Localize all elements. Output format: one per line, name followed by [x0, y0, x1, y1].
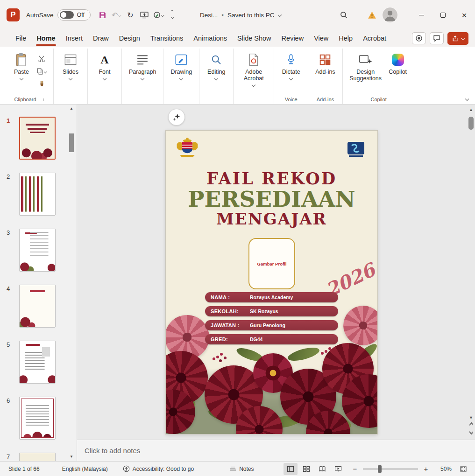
thumbnail-number: 4: [7, 285, 15, 328]
scrollbar-track[interactable]: [69, 111, 74, 455]
maximize-button[interactable]: [432, 5, 454, 25]
title-line-3[interactable]: MENGAJAR: [166, 210, 377, 228]
tab-draw[interactable]: Draw: [88, 30, 114, 47]
share-button[interactable]: [447, 32, 468, 45]
powerpoint-logo-icon[interactable]: P: [7, 8, 20, 21]
addins-grid-icon: [319, 53, 331, 67]
autosave-toggle[interactable]: Off: [57, 9, 91, 21]
user-avatar[interactable]: [383, 7, 397, 22]
title-line-2[interactable]: PERSEDIAAN: [166, 188, 377, 210]
thumbnail-scrollbar[interactable]: ▲ ▼: [69, 106, 74, 459]
redo-icon[interactable]: ↻: [124, 8, 136, 22]
slide-sorter-view-button[interactable]: [299, 463, 313, 475]
scroll-down-icon[interactable]: ▼: [469, 415, 473, 420]
copy-icon[interactable]: [36, 67, 47, 76]
slides-button[interactable]: Slides: [57, 50, 84, 82]
editing-label: Editing: [207, 69, 225, 75]
designer-button[interactable]: [168, 109, 185, 126]
tab-help[interactable]: Help: [333, 30, 358, 47]
clipboard-dialog-launcher-icon[interactable]: [39, 97, 44, 102]
notes-pane[interactable]: Click to add notes: [77, 440, 475, 461]
warning-icon[interactable]: [364, 7, 380, 23]
scroll-up-icon[interactable]: ▲: [70, 106, 73, 111]
slideshow-view-button[interactable]: [331, 463, 345, 475]
design-suggestions-button[interactable]: Design Suggestions: [347, 50, 385, 84]
drawing-button[interactable]: Drawing: [167, 50, 195, 82]
tab-slide-show[interactable]: Slide Show: [232, 30, 276, 47]
accessibility-status[interactable]: Accessibility: Good to go: [119, 462, 198, 476]
title-line-1[interactable]: FAIL REKOD: [166, 170, 377, 188]
scrollbar-thumb[interactable]: [69, 133, 74, 152]
close-button[interactable]: ×: [454, 5, 475, 25]
field-nama[interactable]: NAMA : Rozayus Academy: [205, 292, 338, 302]
copilot-button[interactable]: Copilot: [385, 50, 411, 77]
quick-access-toolbar: ↶ ↻: [96, 8, 178, 22]
document-title[interactable]: Desi... • Saved to this PC: [200, 12, 281, 19]
scroll-down-icon[interactable]: ▼: [70, 455, 73, 459]
field-gred[interactable]: GRED: DG44: [205, 334, 338, 344]
slide-counter[interactable]: Slide 1 of 66: [5, 462, 43, 476]
ink-pen-icon[interactable]: [152, 8, 164, 22]
scroll-up-icon[interactable]: ▲: [469, 107, 473, 112]
tab-animations[interactable]: Animations: [188, 30, 232, 47]
slide-thumbnail-5[interactable]: [19, 341, 56, 384]
zoom-level[interactable]: 50%: [433, 466, 452, 472]
paragraph-lines-icon: [136, 53, 149, 67]
tab-acrobat[interactable]: Acrobat: [358, 30, 391, 47]
font-button[interactable]: A Font: [92, 50, 118, 82]
search-icon[interactable]: [336, 7, 352, 23]
profile-photo-placeholder[interactable]: Gambar Profil: [248, 238, 295, 289]
editing-button[interactable]: Editing: [203, 50, 229, 82]
fit-to-window-button[interactable]: [456, 463, 470, 475]
dictate-button[interactable]: Dictate: [278, 50, 304, 82]
zoom-out-icon[interactable]: −: [352, 465, 358, 473]
collapse-ribbon-icon[interactable]: [465, 97, 469, 101]
copilot-label: Copilot: [389, 69, 407, 75]
record-button[interactable]: [412, 32, 426, 44]
slide-thumbnail-6[interactable]: [19, 397, 56, 440]
scrollbar-thumb[interactable]: [468, 117, 474, 130]
zoom-slider[interactable]: [363, 469, 418, 469]
tab-file[interactable]: File: [10, 30, 31, 47]
next-slide-button[interactable]: [470, 429, 473, 435]
scrollbar-track[interactable]: [468, 114, 474, 413]
zoom-in-icon[interactable]: +: [423, 465, 429, 473]
slide-thumbnail-1[interactable]: [19, 117, 56, 160]
comments-button[interactable]: [430, 32, 444, 44]
tab-view[interactable]: View: [309, 30, 333, 47]
drawing-canvas-icon: [175, 53, 188, 67]
slide-thumbnail-3[interactable]: [19, 229, 56, 272]
undo-icon[interactable]: ↶: [110, 8, 122, 22]
ribbon: Paste Clipboard: [0, 47, 475, 105]
slide-1-editing-surface[interactable]: FAIL REKOD PERSEDIAAN MENGAJAR Gambar Pr…: [166, 131, 377, 434]
paragraph-button[interactable]: Paragraph: [126, 50, 159, 82]
tab-home[interactable]: Home: [31, 30, 60, 47]
customize-toolbar-icon[interactable]: [166, 8, 178, 22]
cut-icon[interactable]: [36, 55, 47, 63]
paste-button[interactable]: Paste: [8, 50, 35, 82]
notes-placeholder[interactable]: Click to add notes: [85, 447, 140, 455]
normal-view-button[interactable]: [284, 463, 298, 475]
minimize-button[interactable]: [411, 5, 432, 25]
tab-insert[interactable]: Insert: [61, 30, 88, 47]
format-painter-icon[interactable]: [36, 80, 47, 88]
previous-slide-button[interactable]: [470, 422, 473, 427]
adobe-acrobat-button[interactable]: Adobe Acrobat: [237, 50, 270, 89]
addins-button[interactable]: Add-ins: [312, 50, 338, 77]
tab-transitions[interactable]: Transitions: [145, 30, 188, 47]
language-selector[interactable]: English (Malaysia): [58, 462, 112, 476]
zoom-slider-thumb[interactable]: [378, 465, 382, 473]
field-sekolah[interactable]: SEKOLAH: SK Rozayus: [205, 306, 338, 316]
tab-design[interactable]: Design: [114, 30, 145, 47]
slide-thumbnail-7[interactable]: [19, 453, 56, 461]
start-slideshow-icon[interactable]: [138, 8, 150, 22]
slide-thumbnail-2[interactable]: [19, 173, 56, 216]
slide-thumbnail-4[interactable]: [19, 285, 56, 328]
slide-title-block[interactable]: FAIL REKOD PERSEDIAAN MENGAJAR: [166, 170, 377, 228]
save-icon[interactable]: [96, 8, 108, 22]
main-scrollbar[interactable]: ▲ ▼: [468, 107, 475, 435]
notes-toggle[interactable]: Notes: [226, 462, 257, 476]
field-jawatan[interactable]: JAWATAN : Guru Penolong: [205, 320, 338, 330]
tab-review[interactable]: Review: [276, 30, 309, 47]
reading-view-button[interactable]: [315, 463, 329, 475]
